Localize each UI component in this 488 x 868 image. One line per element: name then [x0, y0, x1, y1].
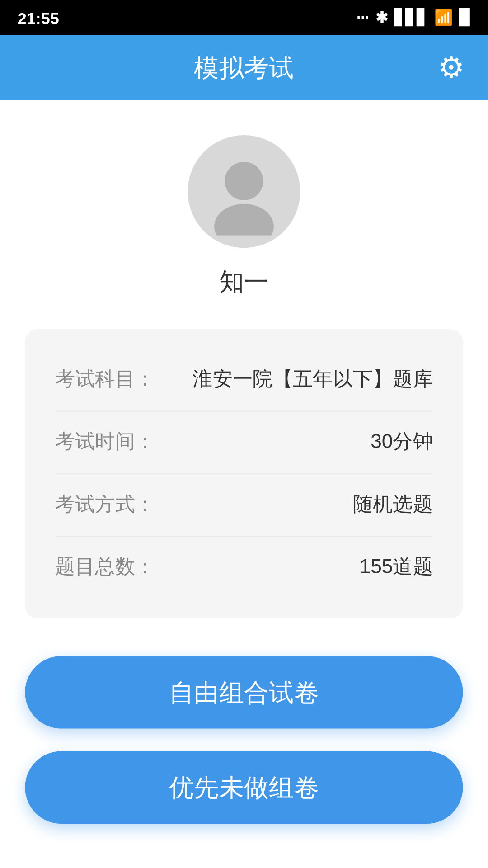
- avatar-container: [188, 135, 300, 248]
- main-content: 知一 考试科目： 淮安一院【五年以下】题库 考试时间： 30分钟 考试方式： 随…: [0, 100, 488, 836]
- total-label: 题目总数：: [55, 555, 155, 581]
- subject-value: 淮安一院【五年以下】题库: [192, 367, 433, 393]
- bluetooth-icon: ✱: [375, 9, 388, 26]
- info-card: 考试科目： 淮安一院【五年以下】题库 考试时间： 30分钟 考试方式： 随机选题…: [25, 329, 463, 618]
- page-title: 模拟考试: [194, 51, 294, 85]
- battery-icon: ▉: [459, 9, 470, 26]
- avatar-image: [200, 148, 288, 236]
- info-row-subject: 考试科目： 淮安一院【五年以下】题库: [55, 349, 433, 412]
- avatar[interactable]: [188, 135, 300, 248]
- priority-undone-button[interactable]: 优先未做组卷: [25, 751, 463, 824]
- status-time: 21:55: [18, 8, 59, 27]
- button-area: 自由组合试卷 优先未做组卷: [25, 656, 463, 836]
- method-value: 随机选题: [353, 492, 433, 518]
- method-label: 考试方式：: [55, 492, 155, 518]
- settings-icon[interactable]: ⚙: [438, 50, 465, 85]
- subject-label: 考试科目：: [55, 367, 155, 393]
- time-label: 考试时间：: [55, 429, 155, 456]
- wifi-icon: 📶: [434, 9, 453, 26]
- svg-point-1: [214, 204, 274, 236]
- status-dots: ···: [357, 9, 369, 26]
- info-row-total: 题目总数： 155道题: [55, 537, 433, 599]
- status-bar: 21:55 ··· ✱ ▋▋▋ 📶 ▉: [0, 0, 488, 35]
- nav-bar: 模拟考试 ⚙: [0, 35, 488, 100]
- svg-point-0: [225, 162, 263, 200]
- username: 知一: [219, 265, 269, 299]
- status-icons: ··· ✱ ▋▋▋ 📶 ▉: [357, 9, 470, 26]
- free-compose-button[interactable]: 自由组合试卷: [25, 656, 463, 729]
- info-row-method: 考试方式： 随机选题: [55, 474, 433, 537]
- time-value: 30分钟: [371, 429, 433, 456]
- signal-icon: ▋▋▋: [394, 9, 428, 26]
- total-value: 155道题: [360, 555, 433, 581]
- info-row-time: 考试时间： 30分钟: [55, 412, 433, 474]
